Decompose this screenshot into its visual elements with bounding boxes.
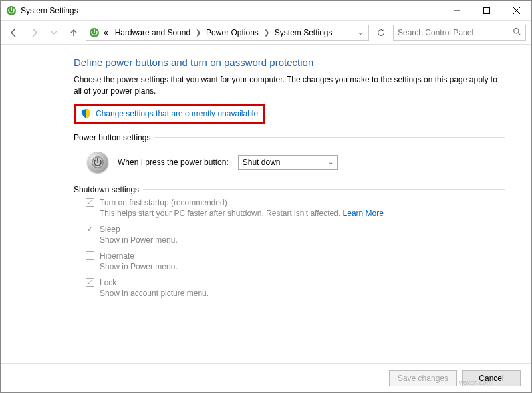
chevron-right-icon: ❯ xyxy=(263,29,271,36)
chevron-down-icon: ⌄ xyxy=(328,158,333,166)
option-title: Lock xyxy=(100,278,116,287)
search-box[interactable] xyxy=(393,25,526,41)
option-title: Hibernate xyxy=(100,251,134,261)
power-button-section-label: Power button settings xyxy=(74,133,505,142)
checkbox-lock[interactable]: ✓ xyxy=(86,278,94,287)
up-button[interactable] xyxy=(66,25,82,41)
svg-line-7 xyxy=(518,33,520,35)
breadcrumb-hardware[interactable]: Hardware and Sound xyxy=(112,28,193,37)
window-title: System Settings xyxy=(21,6,442,15)
titlebar: System Settings xyxy=(1,1,531,21)
checkbox-fast-startup[interactable]: ✓ xyxy=(86,198,94,207)
power-options-icon xyxy=(6,5,17,16)
page-heading: Define power buttons and turn on passwor… xyxy=(74,57,505,68)
search-input[interactable] xyxy=(398,28,513,37)
option-description: This helps start your PC faster after sh… xyxy=(100,209,505,218)
watermark: wsxdn.com xyxy=(459,379,492,386)
svg-rect-2 xyxy=(483,7,489,13)
option-hibernate: Hibernate Show in Power menu. xyxy=(86,251,505,271)
search-icon[interactable] xyxy=(513,27,521,38)
power-button-dropdown[interactable]: Shut down ⌄ xyxy=(238,155,338,170)
page-description: Choose the power settings that you want … xyxy=(74,74,505,97)
breadcrumb-system-settings[interactable]: System Settings xyxy=(272,28,335,37)
footer: Save changes Cancel xyxy=(1,363,531,392)
power-button-selected: Shut down xyxy=(243,158,281,167)
power-button-row: When I press the power button: Shut down… xyxy=(87,152,505,173)
power-button-label: When I press the power button: xyxy=(118,158,229,167)
address-bar[interactable]: « Hardware and Sound ❯ Power Options ❯ S… xyxy=(86,25,369,41)
window-controls xyxy=(442,1,531,20)
option-title: Turn on fast startup (recommended) xyxy=(100,198,227,207)
learn-more-link[interactable]: Learn More xyxy=(343,209,384,218)
shutdown-section-label: Shutdown settings xyxy=(74,185,505,194)
maximize-button[interactable] xyxy=(471,1,501,20)
system-settings-window: System Settings « Hardware and Sound ❯ P… xyxy=(0,0,532,393)
option-title: Sleep xyxy=(100,225,120,234)
option-fast-startup: ✓ Turn on fast startup (recommended) Thi… xyxy=(86,198,505,218)
close-button[interactable] xyxy=(501,1,531,20)
minimize-button[interactable] xyxy=(442,1,471,20)
option-lock: ✓ Lock Show in account picture menu. xyxy=(86,278,505,298)
svg-point-6 xyxy=(514,28,519,33)
checkbox-hibernate[interactable] xyxy=(86,251,94,260)
shutdown-options: ✓ Turn on fast startup (recommended) Thi… xyxy=(86,198,505,298)
option-description: Show in Power menu. xyxy=(100,235,505,245)
change-settings-highlight: Change settings that are currently unava… xyxy=(74,104,265,124)
breadcrumb-power-options[interactable]: Power Options xyxy=(203,28,261,37)
change-settings-link[interactable]: Change settings that are currently unava… xyxy=(96,109,258,118)
checkbox-sleep[interactable]: ✓ xyxy=(86,225,94,233)
navbar: « Hardware and Sound ❯ Power Options ❯ S… xyxy=(1,21,531,45)
breadcrumb-prefix[interactable]: « xyxy=(101,28,111,37)
option-description: Show in account picture menu. xyxy=(100,289,505,298)
chevron-right-icon: ❯ xyxy=(194,29,202,36)
shield-icon xyxy=(81,108,92,119)
forward-button[interactable] xyxy=(26,25,42,41)
power-icon xyxy=(87,152,108,173)
save-changes-button[interactable]: Save changes xyxy=(389,370,457,386)
back-button[interactable] xyxy=(6,25,22,41)
recent-dropdown[interactable] xyxy=(46,25,62,41)
power-options-icon xyxy=(89,27,100,38)
option-description: Show in Power menu. xyxy=(100,262,505,271)
content-area: Define power buttons and turn on passwor… xyxy=(1,45,531,363)
address-dropdown-icon[interactable]: ⌄ xyxy=(355,29,366,36)
refresh-button[interactable] xyxy=(373,25,389,41)
option-sleep: ✓ Sleep Show in Power menu. xyxy=(86,225,505,245)
